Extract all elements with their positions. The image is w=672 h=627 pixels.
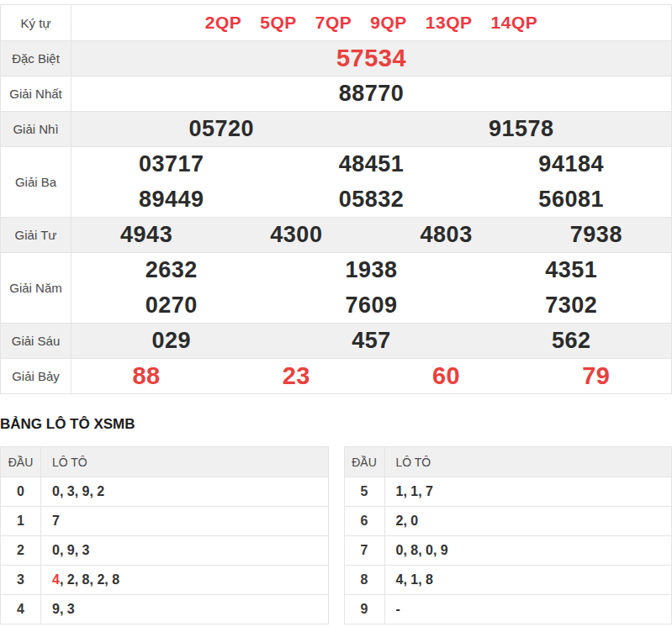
loto-value-part: 9, 3: [52, 602, 75, 617]
prize-number: 4300: [270, 222, 322, 248]
loto-values-cell: -: [385, 595, 672, 624]
prize-number: 79: [582, 362, 610, 390]
prize-number: 1938: [345, 257, 397, 283]
prize-number: 89449: [139, 187, 204, 213]
loto-row: 20, 9, 3: [1, 535, 328, 565]
prize-number: 4351: [545, 257, 597, 283]
prize-number: 88770: [339, 81, 405, 107]
loto-values-cell: 4, 2, 8, 2, 8: [41, 566, 328, 594]
loto-value-part: 0, 3, 9, 2: [52, 484, 104, 499]
loto-row: 17: [1, 506, 328, 535]
loto-col-header-loto: LÔ TÔ: [41, 447, 328, 477]
loto-row: 70, 8, 0, 9: [345, 535, 672, 565]
loto-table-left-body: 00, 3, 9, 21720, 9, 334, 2, 8, 2, 849, 3: [1, 477, 328, 624]
prize-number: 7609: [345, 292, 397, 319]
loto-values-cell: 2, 0: [385, 507, 672, 535]
lottery-results-page: Ký tự2QP5QP7QP9QP13QP14QPĐặc Biệt57534Gi…: [0, 0, 672, 624]
prize-number: 23: [283, 362, 310, 390]
loto-row: 62, 0: [345, 506, 672, 535]
prize-row: Giải Ba037174845194184894490583256081: [1, 146, 671, 217]
loto-values-cell: 0, 9, 3: [41, 536, 328, 565]
loto-table-right: ĐẦU LÔ TÔ 51, 1, 762, 070, 8, 0, 984, 1,…: [344, 446, 672, 624]
symbol-code: 2QP: [205, 13, 242, 33]
prize-label: Giải Nhì: [1, 112, 71, 146]
prize-number: 94184: [538, 151, 604, 177]
symbol-code: 9QP: [370, 13, 407, 33]
loto-table-header: ĐẦU LÔ TÔ: [345, 447, 672, 477]
prize-label: Ký tự: [1, 5, 71, 40]
loto-values-cell: 9, 3: [41, 595, 328, 624]
prize-row: Giải Năm263219384351027076097302: [1, 252, 671, 323]
prize-row: Giải Nhì0572091578: [1, 111, 671, 146]
loto-value-part: 7: [52, 514, 60, 529]
loto-row: 84, 1, 8: [345, 565, 672, 594]
loto-values-cell: 7: [41, 507, 328, 535]
loto-dau-cell: 5: [345, 477, 385, 506]
loto-value-part: 0, 9, 3: [52, 543, 89, 558]
loto-dau-cell: 0: [1, 477, 41, 506]
prize-number: 56081: [538, 187, 604, 213]
loto-dau-cell: 2: [1, 536, 41, 565]
results-table: Ký tự2QP5QP7QP9QP13QP14QPĐặc Biệt57534Gi…: [0, 4, 672, 394]
symbol-code: 14QP: [491, 13, 538, 33]
prize-number: 48451: [339, 151, 405, 177]
prize-row: Giải Bảy88236079: [1, 358, 671, 393]
prize-values: 57534: [71, 41, 671, 76]
prize-number: 4803: [421, 222, 473, 248]
prize-number: 4943: [120, 222, 172, 248]
prize-label: Giải Nhất: [1, 76, 71, 111]
prize-label: Giải Sáu: [1, 324, 71, 358]
symbol-codes: 2QP5QP7QP9QP13QP14QP: [71, 5, 671, 40]
prize-row: Giải Sáu029457562: [1, 323, 671, 358]
loto-value-part: 1, 1, 7: [396, 484, 433, 499]
loto-table-header: ĐẦU LÔ TÔ: [1, 447, 328, 477]
prize-values: 029457562: [71, 324, 671, 358]
prize-values: 88770: [71, 76, 671, 111]
prize-number: 05832: [339, 187, 405, 213]
loto-values-cell: 0, 3, 9, 2: [41, 477, 328, 506]
loto-col-header-loto: LÔ TÔ: [385, 447, 672, 477]
prize-number: 91578: [489, 116, 554, 142]
loto-dau-cell: 1: [1, 507, 41, 535]
prize-number: 05720: [188, 116, 254, 142]
prize-values: 88236079: [71, 359, 671, 393]
loto-dau-cell: 9: [345, 595, 385, 624]
symbol-code: 5QP: [260, 13, 297, 33]
prize-number: 2632: [146, 257, 198, 283]
loto-col-header-dau: ĐẦU: [1, 447, 41, 477]
prize-row: Giải Nhất88770: [1, 76, 671, 111]
loto-value-part: -: [396, 602, 400, 617]
prize-number: 7938: [570, 222, 622, 248]
prize-label: Đặc Biệt: [1, 41, 71, 76]
loto-dau-cell: 8: [345, 566, 385, 594]
loto-row: 49, 3: [1, 594, 328, 624]
symbol-code: 13QP: [426, 13, 473, 33]
loto-tables: ĐẦU LÔ TÔ 00, 3, 9, 21720, 9, 334, 2, 8,…: [0, 446, 672, 624]
prize-number: 0270: [146, 292, 198, 319]
loto-values-cell: 4, 1, 8: [385, 566, 672, 594]
loto-value-part: 2, 0: [396, 514, 419, 529]
loto-row: 9-: [345, 594, 672, 624]
loto-dau-cell: 4: [1, 595, 41, 624]
prize-values: 0572091578: [71, 112, 671, 146]
prize-number: 60: [432, 362, 460, 390]
prize-number: 562: [552, 328, 591, 354]
loto-value-part: 0, 8, 0, 9: [396, 543, 448, 558]
prize-number: 88: [132, 362, 160, 390]
loto-value-part: 4, 1, 8: [396, 572, 433, 587]
prize-number: 57534: [336, 45, 406, 72]
loto-dau-cell: 3: [1, 566, 41, 594]
prize-label: Giải Ba: [1, 147, 71, 217]
prize-number: 457: [352, 328, 391, 354]
loto-row: 00, 3, 9, 2: [1, 477, 328, 506]
prize-row: Ký tự2QP5QP7QP9QP13QP14QP: [1, 5, 671, 40]
prize-values: 263219384351027076097302: [71, 253, 671, 323]
prize-label: Giải Năm: [1, 253, 71, 323]
loto-col-header-dau: ĐẦU: [345, 447, 385, 477]
loto-value-part: 4: [52, 572, 60, 587]
prize-values: 037174845194184894490583256081: [71, 147, 671, 217]
prize-row: Giải Tư4943430048037938: [1, 217, 671, 252]
prize-values: 4943430048037938: [71, 218, 671, 252]
loto-dau-cell: 6: [345, 507, 385, 535]
symbol-code: 7QP: [315, 13, 352, 33]
